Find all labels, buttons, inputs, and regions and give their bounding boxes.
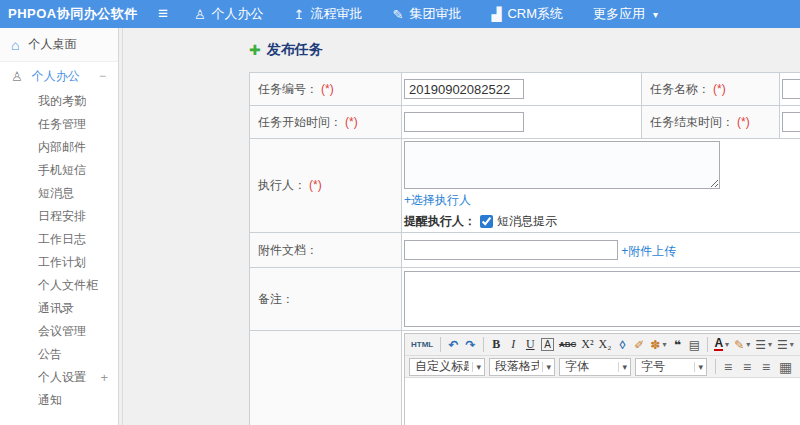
sidebar-item-personal-files[interactable]: 个人文件柜 bbox=[0, 274, 118, 297]
publish-task-form: 任务编号：(*) 任务名称：(*) 任务开始时间：(*) bbox=[249, 72, 800, 425]
executor-label-cell: 执行人：(*) bbox=[250, 139, 402, 233]
attachment-label-cell: 附件文档： bbox=[250, 233, 402, 268]
collapse-minus-icon[interactable]: − bbox=[99, 69, 106, 83]
highlight-color-button[interactable]: ✎ ▾ bbox=[732, 336, 752, 354]
sidebar-item-notice[interactable]: 通知 bbox=[0, 389, 118, 412]
font-color-button[interactable]: A ▾ bbox=[712, 336, 731, 354]
executor-textarea[interactable] bbox=[404, 141, 720, 189]
blockquote-button[interactable]: ❝ bbox=[669, 336, 685, 354]
html-source-button[interactable]: HTML bbox=[409, 336, 435, 354]
sidebar-group-personal-office[interactable]: ♙ 个人办公 − bbox=[0, 62, 118, 90]
end-time-input[interactable] bbox=[782, 112, 800, 132]
caret-down-icon: ▾ bbox=[653, 9, 658, 20]
sidebar-item-personal-desktop[interactable]: ⌂ 个人桌面 bbox=[0, 28, 118, 62]
start-time-input[interactable] bbox=[404, 112, 524, 132]
edit-icon: ✎ bbox=[392, 7, 403, 22]
nav-more-apps[interactable]: 更多应用 ▾ bbox=[593, 5, 658, 23]
caret-down-icon: ▾ bbox=[662, 340, 666, 349]
align-left-button[interactable]: ≡ bbox=[720, 358, 736, 376]
font-family-select[interactable]: 字体 ▾ bbox=[559, 358, 631, 376]
field-label: 任务编号： bbox=[258, 82, 318, 96]
strikethrough-button[interactable]: ABC bbox=[557, 336, 578, 354]
sidebar-item-meeting-management[interactable]: 会议管理 bbox=[0, 320, 118, 343]
toolbar-icon: ≡ bbox=[743, 359, 751, 375]
menu-toggle-icon[interactable]: ≡ bbox=[158, 1, 168, 27]
sidebar-item-label: 日程安排 bbox=[38, 205, 86, 228]
toolbar-icon: ☰ bbox=[777, 338, 788, 352]
unordered-list-button[interactable]: ☰ ▾ bbox=[775, 336, 796, 354]
editor-content-area[interactable] bbox=[405, 378, 800, 425]
sidebar-item-label: 个人文件柜 bbox=[38, 274, 98, 297]
sidebar-item-schedule[interactable]: 日程安排 bbox=[0, 205, 118, 228]
field-label: 任务名称： bbox=[650, 82, 710, 96]
paste-button[interactable]: ▤ bbox=[686, 336, 702, 354]
toolbar-icon: ≡ bbox=[762, 359, 770, 375]
attachment-upload-link[interactable]: +附件上传 bbox=[621, 244, 676, 258]
bold-button[interactable]: B bbox=[488, 336, 504, 354]
redo-button[interactable]: ↷ bbox=[462, 336, 478, 354]
sidebar-item-label: 任务管理 bbox=[38, 113, 86, 136]
undo-button[interactable]: ↶ bbox=[445, 336, 461, 354]
toolbar-icon: ABC bbox=[559, 340, 576, 349]
sidebar-item-label: 内部邮件 bbox=[38, 136, 86, 159]
sidebar-item-internal-mail[interactable]: 内部邮件 bbox=[0, 136, 118, 159]
toolbar-icon: A bbox=[714, 338, 723, 351]
toolbar-icon: U bbox=[526, 337, 535, 352]
align-right-button[interactable]: ≡ bbox=[758, 358, 774, 376]
caret-down-icon: ▾ bbox=[694, 362, 703, 372]
nav-group-approval[interactable]: ✎ 集团审批 bbox=[392, 5, 461, 23]
nav-crm-system[interactable]: ▟ CRM系统 bbox=[491, 5, 563, 23]
align-center-button[interactable]: ≡ bbox=[739, 358, 755, 376]
add-plus-icon: ✚ bbox=[249, 42, 261, 58]
sidebar-item-work-log[interactable]: 工作日志 bbox=[0, 228, 118, 251]
nav-personal-office[interactable]: ♙ 个人办公 bbox=[194, 5, 264, 23]
task-number-label-cell: 任务编号：(*) bbox=[250, 73, 402, 106]
caret-down-icon: ▾ bbox=[725, 340, 729, 349]
superscript-button[interactable]: X² bbox=[579, 336, 595, 354]
subscript-button[interactable]: X₂ bbox=[597, 336, 614, 354]
eraser-button[interactable]: ◊ bbox=[614, 336, 630, 354]
sidebar-item-personal-settings[interactable]: 个人设置 + bbox=[0, 366, 118, 389]
paragraph-format-select[interactable]: 段落格式 ▾ bbox=[489, 358, 555, 376]
ordered-list-button[interactable]: ☰ ▾ bbox=[753, 336, 774, 354]
font-size-select[interactable]: 字号 ▾ bbox=[635, 358, 707, 376]
person-icon: ♙ bbox=[11, 69, 23, 84]
required-mark: (*) bbox=[321, 82, 334, 96]
expand-plus-icon[interactable]: + bbox=[100, 366, 108, 389]
font-style-button[interactable]: A bbox=[539, 336, 556, 354]
sidebar-group-label: 个人办公 bbox=[32, 68, 80, 85]
toolbar-separator bbox=[715, 359, 716, 374]
sidebar-item-contacts[interactable]: 通讯录 bbox=[0, 297, 118, 320]
italic-button[interactable]: I bbox=[505, 336, 521, 354]
required-mark: (*) bbox=[713, 82, 726, 96]
nav-label: 集团审批 bbox=[409, 5, 461, 23]
toolbar-icon: ✽ bbox=[650, 338, 660, 352]
required-mark: (*) bbox=[345, 115, 358, 129]
sidebar-item-mobile-sms[interactable]: 手机短信 bbox=[0, 159, 118, 182]
task-number-input[interactable] bbox=[404, 79, 524, 99]
main-content: ✚ 发布任务 任务编号：(*) 任务名称：(*) bbox=[122, 28, 800, 425]
select-label: 字号 bbox=[641, 358, 691, 375]
remark-textarea[interactable] bbox=[404, 271, 800, 327]
sidebar-item-attendance[interactable]: 我的考勤 bbox=[0, 90, 118, 113]
page-title-text: 发布任务 bbox=[267, 41, 323, 59]
auto-typeset-button[interactable]: ✽ ▾ bbox=[648, 336, 668, 354]
sidebar-item-label: 手机短信 bbox=[38, 159, 86, 182]
task-name-label-cell: 任务名称：(*) bbox=[642, 73, 780, 106]
toolbar-icon: ☰ bbox=[755, 338, 766, 352]
nav-workflow-approval[interactable]: ↥ 流程审批 bbox=[294, 5, 363, 23]
sidebar-item-work-plan[interactable]: 工作计划 bbox=[0, 251, 118, 274]
select-executor-link[interactable]: +选择执行人 bbox=[404, 193, 471, 207]
sidebar-item-short-message[interactable]: 短消息 bbox=[0, 182, 118, 205]
align-justify-button[interactable]: ▦ bbox=[777, 358, 794, 376]
sidebar-item-announcement[interactable]: 公告 bbox=[0, 343, 118, 366]
custom-heading-select[interactable]: 自定义标题 ▾ bbox=[409, 358, 485, 376]
editor-toolbar-row1: HTML ↶ bbox=[405, 334, 800, 356]
format-brush-button[interactable]: ✐ bbox=[631, 336, 647, 354]
sidebar-item-task-management[interactable]: 任务管理 bbox=[0, 113, 118, 136]
sms-remind-checkbox[interactable] bbox=[480, 215, 493, 228]
underline-button[interactable]: U bbox=[522, 336, 538, 354]
task-name-input[interactable] bbox=[782, 79, 800, 99]
attachment-input[interactable] bbox=[404, 240, 618, 260]
caret-down-icon: ▾ bbox=[472, 362, 481, 372]
